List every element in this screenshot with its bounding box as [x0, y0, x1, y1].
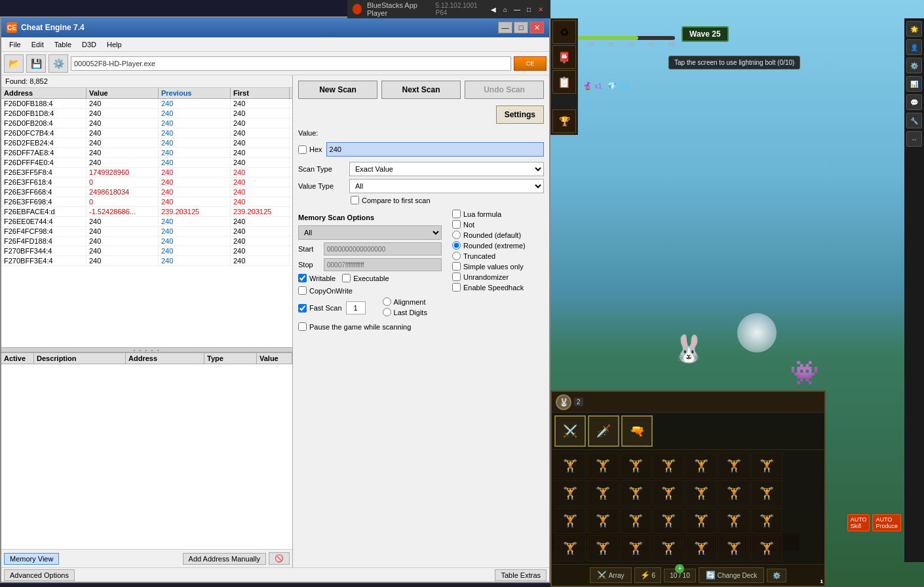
menu-table[interactable]: Table [49, 39, 77, 50]
menu-d3d[interactable]: D3D [77, 39, 102, 50]
new-scan-btn[interactable]: New Scan [298, 81, 377, 99]
inv-slot[interactable]: 🏋️ [554, 535, 586, 561]
game-sidebar-btn-3[interactable]: ⚙️ [906, 58, 922, 73]
table-row[interactable]: F26F4FCF98:4 240 240 240 [1, 227, 292, 237]
inv-slot[interactable]: 🏋️ [751, 508, 782, 534]
start-input[interactable] [324, 242, 442, 256]
executable-checkbox[interactable] [342, 274, 351, 282]
inv-slot[interactable]: 🏋️ [718, 508, 750, 534]
inv-slot[interactable]: 🏋️ [620, 453, 651, 479]
equipped-slot-1[interactable]: ⚔️ 1 [554, 415, 586, 447]
ce-maximize-btn[interactable]: □ [514, 22, 528, 33]
inv-slot[interactable]: 🏋️ [685, 535, 717, 561]
inv-slot[interactable]: 🏋️ [554, 453, 586, 479]
equipped-slot-3[interactable]: 🔫 1 [621, 415, 653, 447]
table-extras-btn[interactable]: Table Extras [495, 569, 547, 581]
table-row[interactable]: F26F4FD188:4 240 240 240 [1, 237, 292, 246]
change-deck-btn[interactable]: 🔄 Change Deck [699, 567, 765, 583]
inv-slot[interactable]: 🏋️ [751, 480, 782, 506]
copyonwrite-checkbox[interactable] [298, 286, 307, 295]
inv-slot[interactable]: 🏋️ [685, 480, 717, 506]
unrandomizer-checkbox[interactable] [452, 273, 461, 281]
inv-slot[interactable]: 🏋️ [653, 480, 684, 506]
inv-slot[interactable]: 🏋️ [653, 453, 684, 479]
table-row[interactable]: F26E3FF668:4 2498618034 240 240 [1, 187, 292, 197]
table-row[interactable]: F26E3FF5F8:4 1749928960 240 240 [1, 168, 292, 178]
inv-slot[interactable]: 🏋️ [718, 453, 750, 479]
bs-maximize-btn[interactable]: □ [524, 5, 533, 14]
table-row[interactable]: F26E3FF618:4 0 240 240 [1, 178, 292, 187]
add-address-btn[interactable]: Add Address Manually [183, 553, 266, 565]
compare-check-label[interactable]: Compare to first scan [351, 196, 431, 204]
post-btn[interactable]: 📮 [552, 45, 576, 69]
inv-slot[interactable]: 🏋️ [620, 535, 651, 561]
equipped-slot-2[interactable]: 🗡️ 1 [588, 415, 619, 447]
ce-close-btn[interactable]: ✕ [529, 22, 544, 33]
cancel-icon-btn[interactable]: 🚫 [269, 552, 290, 565]
inv-slot[interactable]: 🏋️ [587, 480, 619, 506]
inv-slot[interactable]: 🏋️ [620, 508, 651, 534]
inv-slot[interactable]: 🏋️ [685, 508, 717, 534]
table-row[interactable]: F270BFF344:4 240 240 240 [1, 246, 292, 256]
inv-slot[interactable]: 🏋️ [587, 535, 619, 561]
memory-region-select[interactable]: All [298, 225, 442, 240]
bs-home-btn[interactable]: ⌂ [501, 5, 510, 14]
inv-slot[interactable]: 🏋️ [718, 535, 750, 561]
rebirth-btn[interactable]: ♻ [552, 20, 576, 44]
skill-btn[interactable]: ⚡ 6 [634, 567, 662, 583]
menu-help[interactable]: Help [102, 39, 127, 50]
lua-formula-checkbox[interactable] [452, 210, 461, 218]
bs-minimize-btn[interactable]: — [512, 5, 522, 14]
compare-checkbox[interactable] [351, 196, 359, 204]
value-type-select[interactable]: All Byte 2 Bytes 4 Bytes 8 Bytes Float D… [349, 179, 544, 193]
deck-slot[interactable]: 10 / 10 + [664, 569, 696, 582]
collapse-handle[interactable]: • • • • • [1, 347, 292, 352]
hex-checkbox[interactable] [298, 145, 307, 154]
stop-input[interactable] [324, 258, 442, 271]
truncated-radio[interactable] [452, 252, 461, 260]
inv-slot[interactable]: 🏋️ [653, 508, 684, 534]
last-digits-radio[interactable] [383, 308, 391, 316]
undo-scan-btn[interactable]: Undo Scan [465, 81, 544, 99]
inv-slot[interactable]: 🏋️ [620, 480, 651, 506]
game-sidebar-btn-6[interactable]: 🔧 [906, 113, 922, 128]
menu-edit[interactable]: Edit [26, 39, 49, 50]
game-sidebar-btn-7[interactable]: ↔️ [906, 131, 922, 147]
menu-file[interactable]: File [4, 39, 26, 50]
table-row[interactable]: F26DFFF4E0:4 240 240 240 [1, 158, 292, 168]
scan-type-select[interactable]: Exact Value Bigger than... Smaller than.… [349, 162, 544, 176]
toolbar-open-btn[interactable]: 📂 [4, 54, 24, 73]
fast-scan-value-input[interactable] [346, 301, 366, 314]
executable-label[interactable]: Executable [342, 274, 389, 282]
toolbar-settings-btn[interactable]: ⚙️ [48, 54, 68, 73]
fast-scan-checkbox[interactable] [298, 304, 307, 312]
table-row[interactable]: F26D2FEB24:4 240 240 240 [1, 138, 292, 148]
bs-close-btn[interactable]: ✕ [536, 5, 545, 14]
advanced-options-btn[interactable]: Advanced Options [4, 569, 75, 581]
inv-slot[interactable]: 🏋️ [554, 480, 586, 506]
game-sidebar-btn-5[interactable]: 💬 [906, 94, 922, 110]
array-btn[interactable]: ⚔️ Array [590, 567, 632, 583]
table-row[interactable]: F26EBFACE4:d -1.52428686... 239.203125 2… [1, 207, 292, 217]
inv-slot[interactable]: 🏋️ [751, 453, 782, 479]
table-row[interactable]: F26DFF7AE8:4 240 240 240 [1, 148, 292, 158]
league-btn[interactable]: 🏆 [552, 109, 576, 133]
alignment-radio[interactable] [383, 297, 391, 306]
table-row[interactable]: F26EE0E744:4 240 240 240 [1, 217, 292, 227]
inv-slot[interactable]: 🏋️ [587, 453, 619, 479]
pause-checkbox[interactable] [298, 322, 307, 331]
not-checkbox[interactable] [452, 220, 461, 229]
writable-label[interactable]: Writable [298, 274, 336, 282]
next-scan-btn[interactable]: Next Scan [381, 81, 461, 99]
pause-label[interactable]: Pause the game while scanning [298, 322, 442, 331]
ce-minimize-btn[interactable]: — [498, 22, 512, 33]
toolbar-save-btn[interactable]: 💾 [26, 54, 46, 73]
copyonwrite-label[interactable]: CopyOnWrite [298, 286, 442, 295]
rounded-extreme-radio[interactable] [452, 241, 461, 250]
notice-btn[interactable]: 📋 [552, 70, 576, 94]
settings-game-btn[interactable]: ⚙️ [767, 569, 786, 582]
value-input[interactable] [326, 142, 544, 157]
fast-scan-label[interactable]: Fast Scan [298, 304, 342, 312]
game-sidebar-btn-4[interactable]: 📊 [906, 76, 922, 92]
rounded-default-radio[interactable] [452, 231, 461, 239]
